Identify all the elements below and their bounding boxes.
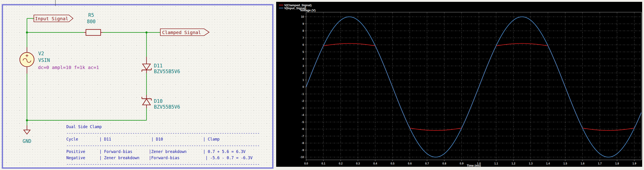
plot-border	[306, 12, 642, 160]
y-tick-label: 10	[301, 15, 304, 18]
app-canvas: Input Signal R5 800 Clamped Signal V2	[0, 0, 644, 170]
junction-dots	[26, 31, 148, 122]
x-tick-label: 1.3	[529, 162, 533, 165]
x-tick-label: 1.8	[615, 162, 619, 165]
y-tick-label: 9	[302, 22, 304, 25]
x-tick-label: 0.5	[391, 162, 394, 165]
x-axis-title: Time (ms)	[467, 164, 481, 167]
diode-ref: D11	[154, 63, 162, 69]
x-tick-label: 0.2	[339, 162, 343, 165]
y-tick-label: -1	[302, 92, 304, 96]
simulation-plot-window[interactable]: -10-9-8-7-6-5-4-3-2-10123456789100.00.10…	[276, 2, 642, 167]
y-tick-label: 4	[302, 57, 304, 60]
hier-label-text: Input Signal	[35, 16, 68, 21]
diode-value: BZV55B5V6	[154, 104, 180, 110]
x-tick-label: 0.9	[460, 162, 464, 165]
y-tick-label: -7	[302, 135, 304, 138]
trace-V(Input_Signal)	[306, 17, 642, 157]
x-tick-label: 1.5	[564, 162, 567, 165]
resistor-R5[interactable]: R5 800	[86, 12, 101, 35]
y-axis-title: Voltage (V)	[300, 8, 316, 12]
resistor-value: 800	[87, 19, 96, 24]
y-tick-label: 0	[302, 85, 304, 89]
diode-triangle	[142, 64, 150, 70]
plot-grid	[305, 12, 642, 161]
plot-canvas[interactable]: -10-9-8-7-6-5-4-3-2-10123456789100.00.10…	[276, 2, 642, 167]
source-sim-params: dc=0 ampl=10 f=1k ac=1	[38, 65, 99, 70]
x-tick-label: 1.2	[512, 162, 516, 165]
y-tick-label: 2	[302, 71, 304, 75]
y-tick-label: -2	[302, 99, 304, 103]
ground-label: GND	[22, 139, 31, 144]
schematic-canvas[interactable]: Input Signal R5 800 Clamped Signal V2	[0, 0, 276, 170]
x-tick-label: 1.4	[546, 162, 550, 165]
trace-V(Clamped_Signal)	[306, 43, 642, 130]
component-pins	[27, 32, 146, 130]
y-tick-label: -5	[302, 121, 304, 124]
voltage-source-V2[interactable]: V2 VSIN dc=0 ampl=10 f=1k ac=1	[20, 51, 99, 70]
diode-triangle	[142, 99, 150, 105]
y-tick-label: -4	[302, 113, 304, 117]
y-tick-label: -9	[302, 149, 304, 152]
x-tick-label: 1.9	[632, 162, 636, 165]
y-tick-label: 1	[302, 78, 304, 82]
x-tick-label: 1.6	[581, 162, 584, 165]
ground-triangle-icon	[24, 130, 30, 134]
ground-symbol[interactable]: GND	[22, 130, 31, 144]
y-tick-label: -8	[302, 142, 304, 145]
source-ref: V2	[38, 51, 44, 56]
x-tick-label: 1.7	[598, 162, 602, 165]
y-tick-label: 7	[302, 36, 304, 40]
x-tick-label: 0.7	[425, 162, 429, 165]
plot-tick-labels: -10-9-8-7-6-5-4-3-2-10123456789100.00.10…	[300, 15, 636, 165]
diode-ref: D10	[154, 98, 162, 104]
source-value: VSIN	[38, 57, 50, 63]
zener-diode-D11[interactable]: D11 BZV55B5V6	[142, 63, 180, 74]
y-tick-label: -6	[302, 128, 304, 131]
y-tick-label: 8	[302, 29, 304, 32]
x-tick-label: 0.1	[322, 162, 326, 165]
diode-value: BZV55B5V6	[154, 69, 180, 74]
y-tick-label: -10	[300, 156, 304, 159]
x-tick-label: 0.4	[373, 162, 377, 165]
hier-label-text: Clamped Signal	[162, 30, 201, 35]
x-tick-label: 0.3	[356, 162, 360, 165]
schematic-note-table: Dual Side Clamp ------------------------…	[66, 124, 260, 167]
resistor-ref: R5	[88, 12, 94, 18]
y-tick-label: 3	[302, 64, 304, 68]
y-tick-label: -3	[302, 107, 304, 110]
resistor-body	[86, 29, 101, 35]
plot-curves	[306, 17, 642, 157]
x-tick-label: 0.0	[304, 162, 308, 165]
x-tick-label: 0.6	[408, 162, 412, 165]
y-tick-label: 6	[302, 43, 304, 46]
y-tick-label: 5	[302, 50, 304, 54]
zener-diode-D10[interactable]: D10 BZV55B5V6	[142, 97, 180, 110]
x-tick-label: 0.8	[442, 162, 446, 165]
hier-label-input-signal[interactable]: Input Signal	[34, 15, 73, 22]
hier-label-clamped-signal[interactable]: Clamped Signal	[160, 29, 209, 36]
x-tick-label: 1.1	[494, 162, 498, 165]
